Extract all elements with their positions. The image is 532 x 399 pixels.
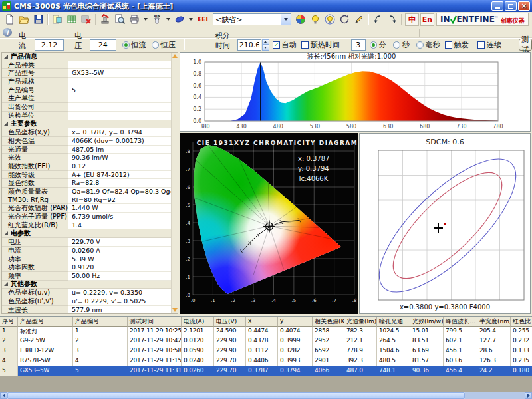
info-icon[interactable]: i xyxy=(3,28,12,37)
table-cell[interactable]: GX53--5W xyxy=(18,366,73,376)
preheat-checkbox[interactable]: 预热时间 xyxy=(301,40,340,50)
undo-icon[interactable] xyxy=(370,13,385,26)
row-header-cell[interactable]: 4 xyxy=(0,356,18,366)
property-row[interactable]: 光通量487.05 lm xyxy=(2,146,172,154)
redo-icon[interactable] xyxy=(385,13,400,26)
minute-radio[interactable]: 分 xyxy=(370,40,386,50)
new-file-icon[interactable] xyxy=(2,13,17,26)
table-cell[interactable]: 229.70 xyxy=(214,356,246,366)
table-cell[interactable]: 15.01 xyxy=(410,327,444,336)
table-cell[interactable]: 0.4378 xyxy=(246,336,278,346)
table-cell[interactable]: 603.6 xyxy=(444,356,477,366)
table-row[interactable]: 2G9-2.5W22017-11-29 10:42:420.0120229.90… xyxy=(0,336,532,346)
table-cell[interactable]: 392.3 xyxy=(344,356,377,366)
table-cell[interactable]: 0.3993 xyxy=(278,356,313,366)
column-header[interactable]: 峰值波长... xyxy=(444,317,477,327)
section-expand-icon[interactable] xyxy=(4,122,8,126)
table-cell[interactable]: 83.51 xyxy=(410,336,444,346)
bin-icon[interactable]: BIN xyxy=(150,13,164,26)
table-cell[interactable]: 0.4406 xyxy=(246,356,278,366)
continuous-checkbox[interactable]: 连续 xyxy=(477,40,501,50)
table-cell[interactable]: 24.2 xyxy=(477,366,511,376)
millisecond-radio[interactable]: 毫秒 xyxy=(416,40,440,50)
table-cell[interactable]: 24.590 xyxy=(214,327,246,336)
stamp-icon[interactable] xyxy=(98,13,112,26)
column-header[interactable]: 产品型号 xyxy=(18,317,73,327)
scrollbar-track[interactable] xyxy=(465,392,525,399)
trigger-checkbox[interactable]: 触发 xyxy=(445,40,469,50)
row-header-cell[interactable]: 2 xyxy=(0,336,18,346)
minimize-button[interactable] xyxy=(491,1,503,11)
table-cell[interactable]: 778.9 xyxy=(344,346,377,356)
property-row[interactable]: 生产单位 xyxy=(2,94,172,103)
eei-icon[interactable]: EEI xyxy=(195,16,211,23)
table-cell[interactable]: 2017-11-29 10:58:56 xyxy=(128,346,182,356)
table-cell[interactable]: 1024.5 xyxy=(377,327,410,336)
language-english-button[interactable]: En xyxy=(420,13,434,26)
table-cell[interactable]: 602.1 xyxy=(444,336,477,346)
language-chinese-button[interactable]: 中 xyxy=(405,13,419,26)
column-header[interactable]: 红色比 xyxy=(511,317,532,327)
table-cell[interactable]: F38ED-12W xyxy=(18,346,73,356)
table-cell[interactable]: 2017-11-29 10:25:11 xyxy=(128,327,182,336)
print-preview-icon[interactable] xyxy=(112,13,127,26)
ellipse-tool-icon[interactable] xyxy=(172,13,187,26)
column-header[interactable]: y xyxy=(278,317,313,327)
property-row[interactable]: 产品型号GX53--5W xyxy=(2,69,172,78)
table-row[interactable]: 4R7S78-5W42017-11-29 11:15:420.0240229.7… xyxy=(0,356,532,366)
table-cell[interactable]: 0.232 xyxy=(511,336,532,346)
table-cell[interactable]: 0.0590 xyxy=(182,346,214,356)
table-cell[interactable]: 63.69 xyxy=(410,346,444,356)
bulb-icon[interactable] xyxy=(308,13,323,26)
property-row[interactable]: 光效90.36 lm/W xyxy=(2,154,172,162)
bulb-ring-icon[interactable] xyxy=(323,13,337,26)
color-wheel-icon[interactable] xyxy=(293,13,308,26)
table-cell[interactable]: 229.90 xyxy=(214,346,246,356)
table-cell[interactable]: 2017-11-29 11:15:42 xyxy=(128,356,182,366)
table-cell[interactable]: 4066 xyxy=(313,366,344,376)
scroll-right-icon[interactable] xyxy=(525,392,532,399)
table-cell[interactable]: G9-2.5W xyxy=(18,336,73,346)
table-cell[interactable]: 782.3 xyxy=(344,327,377,336)
constant-current-radio[interactable]: 恒流 xyxy=(122,40,146,50)
table-cell[interactable]: 3 xyxy=(73,346,128,356)
property-row[interactable]: 能效等级A+ (EU 874-2012) xyxy=(2,171,172,180)
property-row[interactable]: 功率5.39 W xyxy=(2,255,172,264)
table-cell[interactable]: 0.133 xyxy=(511,346,532,356)
column-header[interactable]: 电压(V) xyxy=(214,317,246,327)
second-radio[interactable]: 秒 xyxy=(393,40,410,50)
table-cell[interactable]: 0.4074 xyxy=(278,327,313,336)
maximize-button[interactable] xyxy=(505,1,517,11)
scroll-left-icon[interactable] xyxy=(0,392,7,399)
column-header[interactable]: 电流(A) xyxy=(182,317,214,327)
table-cell[interactable]: 2 xyxy=(73,336,128,346)
table-cell[interactable]: 0.3112 xyxy=(246,346,278,356)
scrollbar-thumb[interactable] xyxy=(7,392,465,399)
table-cell[interactable]: 748.1 xyxy=(377,366,410,376)
preset-combobox[interactable]: <缺省> xyxy=(213,13,291,25)
integration-spinner[interactable] xyxy=(237,39,269,51)
column-header[interactable]: 瞳孔光通... xyxy=(377,317,410,327)
property-row[interactable]: 主波长577.9 nm xyxy=(2,306,172,314)
table-icon[interactable] xyxy=(65,13,79,26)
table-cell[interactable]: 205.4 xyxy=(477,327,511,336)
property-row[interactable]: 色品坐标(x,y)x= 0.3787, y= 0.3794 xyxy=(2,128,172,137)
table-cell[interactable]: 2.1201 xyxy=(182,327,214,336)
property-row[interactable]: 电流0.0260 A xyxy=(2,247,172,255)
voltage-input[interactable] xyxy=(90,39,116,51)
table-cell[interactable]: 229.90 xyxy=(214,336,246,346)
section-expand-icon[interactable] xyxy=(4,55,8,59)
printer-icon[interactable] xyxy=(127,13,142,26)
section-expand-icon[interactable] xyxy=(4,231,8,235)
table-cell[interactable]: 126.3 xyxy=(477,356,511,366)
table-cell[interactable]: 2017-11-29 10:42:42 xyxy=(128,336,182,346)
table-cell[interactable]: 0.180 xyxy=(511,366,532,376)
table-row[interactable]: 3F38ED-12W32017-11-29 10:58:560.0590229.… xyxy=(0,346,532,356)
property-section-header[interactable]: 电参数 xyxy=(2,229,172,238)
column-header[interactable]: 序号 xyxy=(0,317,18,327)
table-cell[interactable]: 0.0240 xyxy=(182,356,214,366)
table-cell[interactable]: 487.0 xyxy=(344,366,377,376)
spin-down-icon[interactable] xyxy=(262,45,269,51)
table-cell[interactable]: 0.3787 xyxy=(246,366,278,376)
table-cell[interactable]: 2952 xyxy=(313,336,344,346)
